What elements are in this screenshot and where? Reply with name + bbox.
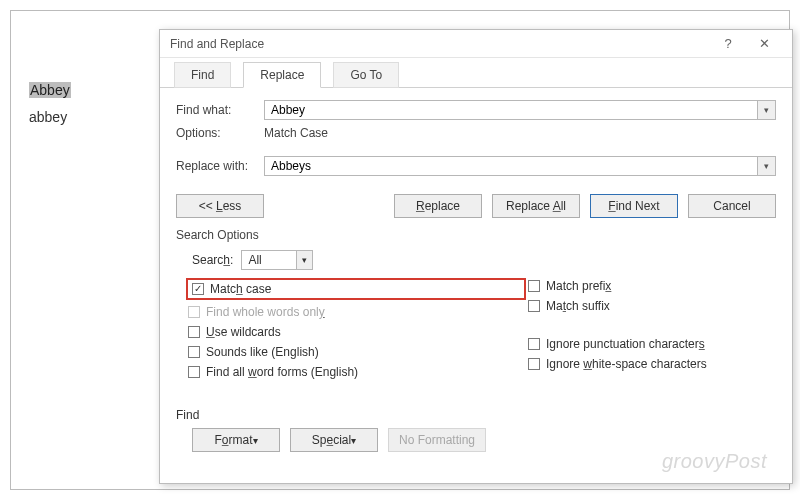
find-next-button[interactable]: Find Next — [590, 194, 678, 218]
match-suffix-checkbox[interactable]: Match suffix — [526, 298, 709, 314]
wildcards-label: Use wildcards — [206, 325, 281, 339]
ignore-punct-label: Ignore punctuation characters — [546, 337, 705, 351]
cancel-button[interactable]: Cancel — [688, 194, 776, 218]
dialog-title: Find and Replace — [170, 37, 710, 51]
checkbox-icon — [188, 346, 200, 358]
match-suffix-label: Match suffix — [546, 299, 610, 313]
document-frame: Abbey abbey Find and Replace ? ✕ Find Re… — [10, 10, 790, 490]
sounds-like-checkbox[interactable]: Sounds like (English) — [186, 344, 526, 360]
all-word-forms-checkbox[interactable]: Find all word forms (English) — [186, 364, 526, 380]
replace-with-combo[interactable]: ▾ — [264, 156, 776, 176]
options-label: Options: — [176, 126, 256, 140]
close-button[interactable]: ✕ — [746, 36, 782, 51]
checkbox-icon — [528, 338, 540, 350]
find-what-combo[interactable]: ▾ — [264, 100, 776, 120]
ignore-ws-label: Ignore white-space characters — [546, 357, 707, 371]
wildcards-checkbox[interactable]: Use wildcards — [186, 324, 526, 340]
chevron-down-icon[interactable]: ▾ — [757, 101, 775, 119]
checkbox-grid: ✓ Match case Find whole words only Use w… — [186, 278, 776, 380]
tab-replace-label: Replace — [260, 68, 304, 82]
find-what-input[interactable] — [265, 101, 757, 119]
search-direction-value: All — [242, 251, 296, 269]
tab-strip: Find Replace Go To — [160, 58, 792, 88]
search-direction-label: Search: — [192, 253, 233, 267]
dialog-titlebar[interactable]: Find and Replace ? ✕ — [160, 30, 792, 58]
all-word-forms-label: Find all word forms (English) — [206, 365, 358, 379]
tab-replace[interactable]: Replace — [243, 62, 321, 88]
ignore-ws-checkbox[interactable]: Ignore white-space characters — [526, 356, 709, 372]
search-options-label: Search Options — [176, 228, 776, 242]
match-case-label: Match case — [210, 282, 271, 296]
match-prefix-checkbox[interactable]: Match prefix — [526, 278, 709, 294]
replace-with-label: Replace with: — [176, 159, 256, 173]
replace-button[interactable]: Replace — [394, 194, 482, 218]
document-selected-text: Abbey — [29, 82, 71, 98]
find-replace-dialog: Find and Replace ? ✕ Find Replace Go To … — [159, 29, 793, 484]
match-case-highlight: ✓ Match case — [186, 278, 526, 300]
checkbox-icon: ✓ — [192, 283, 204, 295]
chevron-down-icon[interactable]: ▾ — [296, 251, 312, 269]
replace-all-button[interactable]: Replace All — [492, 194, 580, 218]
no-formatting-label: No Formatting — [399, 433, 475, 447]
cancel-label: Cancel — [713, 199, 750, 213]
ignore-punct-checkbox[interactable]: Ignore punctuation characters — [526, 336, 709, 352]
checkbox-icon — [188, 326, 200, 338]
whole-words-checkbox: Find whole words only — [186, 304, 526, 320]
search-direction-select[interactable]: All ▾ — [241, 250, 313, 270]
document-body: Abbey abbey — [29, 77, 71, 130]
match-prefix-label: Match prefix — [546, 279, 611, 293]
match-case-checkbox[interactable]: ✓ Match case — [190, 281, 273, 297]
chevron-down-icon[interactable]: ▾ — [757, 157, 775, 175]
find-what-label: Find what: — [176, 103, 256, 117]
format-button[interactable]: Format — [192, 428, 280, 452]
whole-words-label: Find whole words only — [206, 305, 325, 319]
less-button[interactable]: << Less — [176, 194, 264, 218]
options-value: Match Case — [264, 126, 328, 140]
checkbox-icon — [528, 280, 540, 292]
dialog-button-row: << Less Replace Replace All Find Next Ca… — [176, 194, 776, 218]
replace-with-input[interactable] — [265, 157, 757, 175]
tab-goto-label: Go To — [350, 68, 382, 82]
help-button[interactable]: ? — [710, 36, 746, 51]
tab-find[interactable]: Find — [174, 62, 231, 88]
tab-find-label: Find — [191, 68, 214, 82]
no-formatting-button: No Formatting — [388, 428, 486, 452]
checkbox-icon — [188, 366, 200, 378]
document-text-line: abbey — [29, 109, 67, 125]
checkbox-icon — [528, 300, 540, 312]
dialog-body: Find what: ▾ Options: Match Case Replace… — [160, 88, 792, 460]
find-section-label: Find — [176, 408, 776, 422]
tab-goto[interactable]: Go To — [333, 62, 399, 88]
special-button[interactable]: Special — [290, 428, 378, 452]
checkbox-icon — [188, 306, 200, 318]
checkbox-icon — [528, 358, 540, 370]
sounds-like-label: Sounds like (English) — [206, 345, 319, 359]
